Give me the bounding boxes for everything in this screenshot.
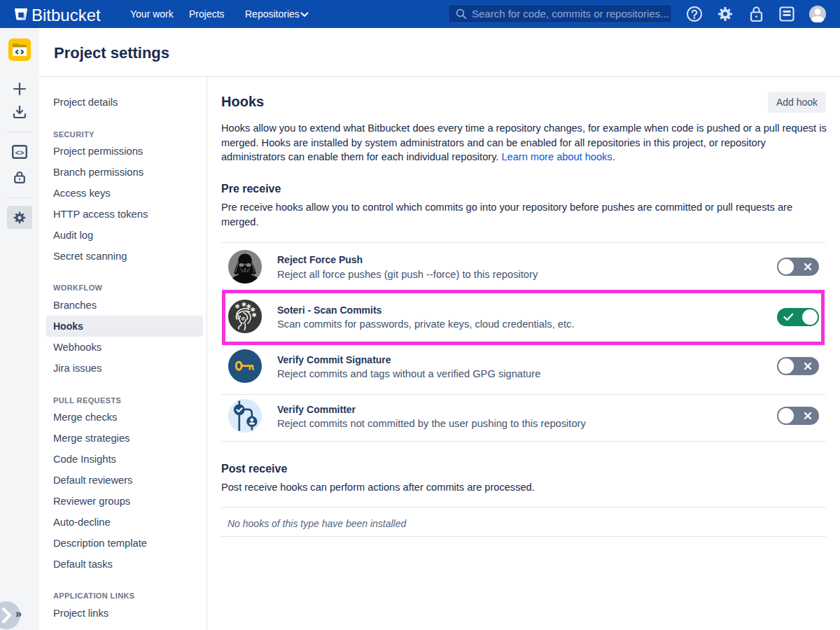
svg-text:<>: <>: [15, 148, 24, 157]
